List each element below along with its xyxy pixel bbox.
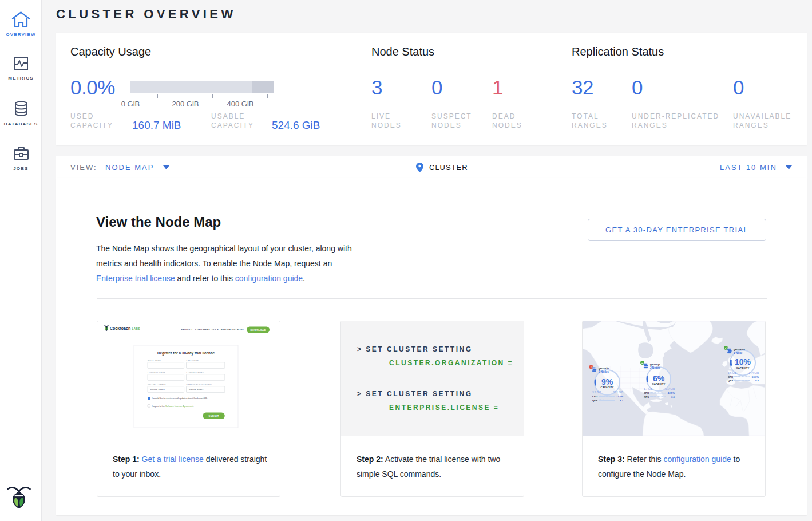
svg-text:I agree to the Software Licens: I agree to the Software License Agreemen… <box>152 405 194 408</box>
svg-text:53.3%: 53.3% <box>752 376 759 378</box>
svg-text:LABS: LABS <box>132 327 141 330</box>
svg-text:4.7: 4.7 <box>620 399 624 402</box>
svg-text:FIRST NAME: FIRST NAME <box>148 360 161 362</box>
svg-text:LAST NAME: LAST NAME <box>187 360 199 362</box>
svg-text:RESOURCES: RESOURCES <box>221 328 236 331</box>
svg-text:PRODUCT: PRODUCT <box>181 328 193 331</box>
svg-text:CAPACITY: CAPACITY <box>600 386 613 389</box>
svg-text:SUBMIT: SUBMIT <box>209 415 219 417</box>
svg-text:COMPANY NAME: COMPANY NAME <box>148 372 165 374</box>
svg-text:0.4: 0.4 <box>755 379 759 382</box>
svg-text:geo=nyc: geo=nyc <box>650 363 661 366</box>
svg-text:CAPACITY: CAPACITY <box>736 366 749 369</box>
svg-text:10%: 10% <box>735 357 751 366</box>
svg-text:43.7 GiB: 43.7 GiB <box>664 388 675 390</box>
svg-text:PROJECT PHASE: PROJECT PHASE <box>148 384 166 386</box>
svg-text:3.7 GiB: 3.7 GiB <box>644 388 652 390</box>
svg-text:3.6 GiB: 3.6 GiB <box>728 372 736 374</box>
svg-text:42.5%: 42.5% <box>668 392 675 394</box>
svg-text:I would like to receive email: I would like to receive email updates ab… <box>152 397 208 400</box>
svg-text:CPU: CPU <box>592 395 597 398</box>
svg-text:3.2 GiB: 3.2 GiB <box>592 391 601 394</box>
svg-text:11.0%: 11.0% <box>616 395 623 398</box>
svg-text:QPS: QPS <box>644 396 649 398</box>
svg-text:DOCS: DOCS <box>212 328 219 331</box>
svg-text:Cockroach: Cockroach <box>110 326 130 330</box>
svg-text:REASON FOR INTEREST: REASON FOR INTEREST <box>187 384 213 386</box>
svg-text:geo=ams: geo=ams <box>734 348 745 351</box>
svg-text:6%: 6% <box>653 374 665 383</box>
svg-text:BLOG: BLOG <box>237 328 244 331</box>
svg-text:QPS: QPS <box>728 379 733 382</box>
svg-text:CAPACITY: CAPACITY <box>652 382 665 385</box>
svg-text:geo=sfo: geo=sfo <box>599 367 609 370</box>
svg-text:CUSTOMERS: CUSTOMERS <box>195 328 210 331</box>
svg-text:35.1 GiB: 35.1 GiB <box>613 391 623 394</box>
svg-text:1 Node: 1 Node <box>734 352 743 354</box>
svg-text:34.4 GiB: 34.4 GiB <box>748 372 759 374</box>
svg-text:CPU: CPU <box>644 392 649 394</box>
svg-text:2 Nodes: 2 Nodes <box>599 370 609 373</box>
svg-text:DOWNLOAD: DOWNLOAD <box>251 329 266 331</box>
svg-text:Please Select: Please Select <box>189 388 204 391</box>
svg-text:QPS: QPS <box>592 399 597 402</box>
svg-text:Register for a 30-day trial li: Register for a 30-day trial license <box>157 351 215 356</box>
svg-text:2 Nodes: 2 Nodes <box>650 366 660 369</box>
svg-text:CPU: CPU <box>728 376 733 378</box>
svg-text:COMPANY EMAIL: COMPANY EMAIL <box>187 372 204 374</box>
svg-text:Please Select: Please Select <box>150 388 165 391</box>
svg-text:9%: 9% <box>601 377 613 386</box>
svg-text:0.0: 0.0 <box>671 396 675 398</box>
